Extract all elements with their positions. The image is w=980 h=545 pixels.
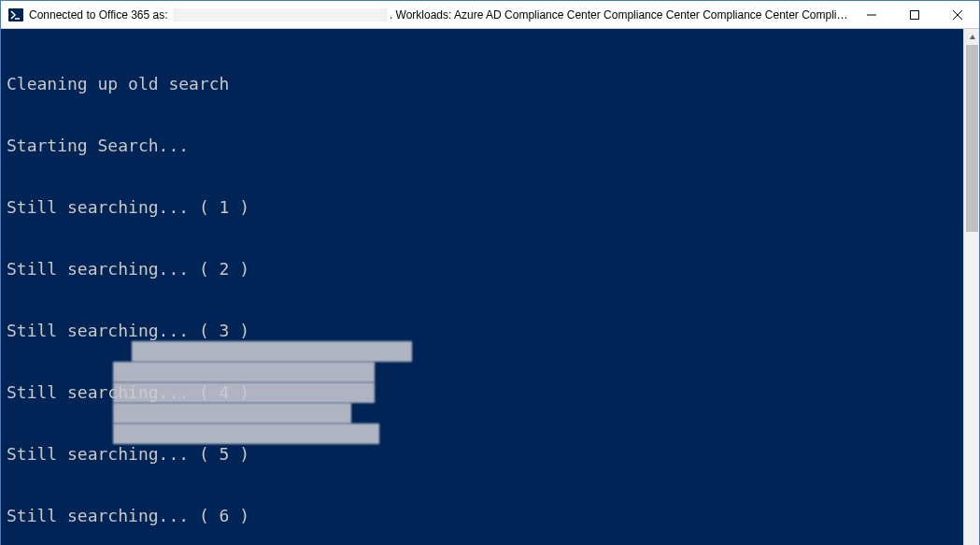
scroll-up-button[interactable] [964, 29, 980, 45]
maximize-button[interactable] [893, 1, 936, 29]
powershell-window: Connected to Office 365 as: . Workloads:… [0, 0, 980, 545]
redacted-block [113, 382, 375, 403]
window-controls [850, 1, 979, 29]
console-line: Still searching... ( 2 ) [7, 259, 958, 280]
redacted-username [173, 8, 388, 22]
redacted-block [113, 403, 351, 423]
redacted-block [113, 423, 379, 444]
console-line: Starting Search... [7, 136, 958, 156]
console-output[interactable]: Cleaning up old search Starting Search..… [1, 29, 963, 545]
console-line: Still searching... ( 1 ) [7, 197, 958, 218]
window-title: Connected to Office 365 as: . Workloads:… [29, 1, 850, 29]
title-prefix: Connected to Office 365 as: [29, 8, 171, 22]
close-button[interactable] [936, 1, 979, 29]
title-suffix: . Workloads: Azure AD Compliance Center … [390, 8, 850, 22]
scrollbar[interactable] [963, 29, 979, 545]
console-line: Still searching... ( 5 ) [7, 444, 958, 465]
minimize-button[interactable] [850, 1, 893, 29]
redacted-block [132, 341, 412, 362]
redacted-block [113, 362, 375, 382]
svg-rect-3 [911, 10, 919, 19]
console-line: Cleaning up old search [7, 74, 958, 94]
console-area: Cleaning up old search Starting Search..… [1, 29, 979, 545]
console-line: Still searching... ( 3 ) [7, 321, 958, 341]
console-line: Still searching... ( 6 ) [7, 506, 958, 526]
titlebar[interactable]: Connected to Office 365 as: . Workloads:… [1, 1, 979, 29]
scroll-thumb[interactable] [966, 45, 978, 232]
powershell-icon [8, 7, 23, 22]
